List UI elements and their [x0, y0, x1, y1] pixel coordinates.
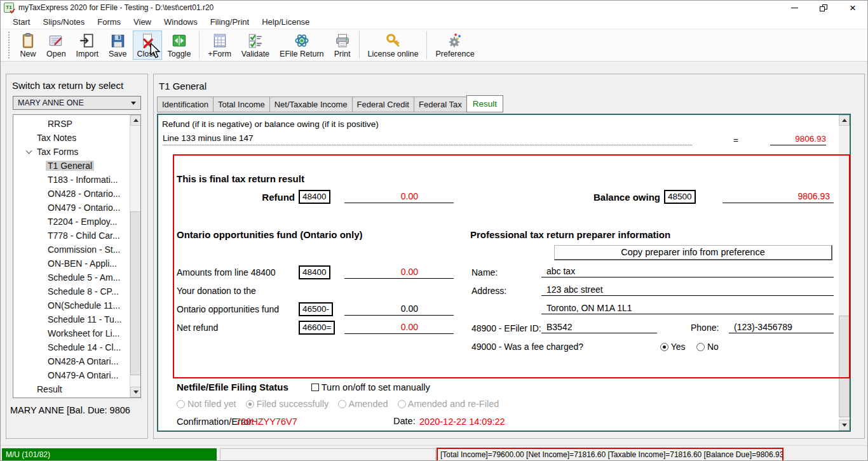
validate-button[interactable]: Validate: [237, 30, 274, 60]
tree-item-schedule-11[interactable]: Schedule 11 - Tu...: [13, 312, 140, 326]
radio-icon[interactable]: [398, 400, 406, 408]
refund-owing-header: Refund (if it is negative) or balance ow…: [162, 119, 379, 129]
scroll-thumb[interactable]: [130, 211, 141, 375]
tree-item-on-schedule-11[interactable]: ON(Schedule 11...: [13, 298, 140, 312]
radio-icon[interactable]: [177, 400, 185, 408]
balance-owing-value-field[interactable]: 9806.93: [722, 190, 834, 203]
option-filed-successfully[interactable]: Filed successfully: [246, 399, 329, 409]
title-bar: T1 myTaxExpress 2020 for EFile - Testing…: [1, 1, 867, 15]
tree-item-result[interactable]: Result: [13, 382, 140, 396]
save-floppy-icon: [109, 32, 126, 49]
license-online-button[interactable]: License online: [363, 30, 423, 60]
efile-return-button[interactable]: EFile Return: [275, 30, 328, 60]
tree-scrollbar[interactable]: [130, 115, 140, 398]
tab-federal-credit[interactable]: Federal Credit: [352, 97, 414, 112]
page-title: T1 General: [154, 74, 864, 91]
fee-yes-option[interactable]: Yes: [660, 342, 685, 352]
scroll-down-button[interactable]: [130, 387, 141, 398]
address-line2-field[interactable]: Toronto, ON M1A 1L1: [541, 302, 834, 314]
tree-item-schedule-14[interactable]: Schedule 14 - Cl...: [13, 340, 140, 354]
tree-item-schedule-5[interactable]: Schedule 5 - Am...: [13, 271, 140, 284]
scroll-up-button[interactable]: [130, 115, 141, 126]
tree-item-tax-notes[interactable]: Tax Notes: [13, 131, 140, 145]
line133-equals: =: [733, 135, 738, 145]
close-window-button[interactable]: ×: [838, 1, 867, 15]
scroll-up-button[interactable]: [839, 115, 850, 126]
tree-item-on479[interactable]: ON479 - Ontario...: [13, 201, 140, 215]
name-label: Name:: [471, 267, 498, 277]
option-amended[interactable]: Amended: [338, 399, 388, 409]
tree-item-tax-forms[interactable]: Tax Forms: [13, 145, 140, 159]
refund-code-box[interactable]: 48400: [299, 190, 330, 204]
tree-item-schedule-8[interactable]: Schedule 8 - CP...: [13, 284, 140, 298]
form-table-icon: [212, 32, 228, 49]
menu-forms[interactable]: Forms: [91, 15, 127, 29]
radio-icon[interactable]: [338, 400, 346, 408]
status-income-summary: [Total Income]=79600.00 [Net Income]=718…: [437, 448, 783, 461]
tab-total-income[interactable]: Total Income: [213, 97, 270, 112]
tab-identification[interactable]: Identification: [157, 97, 214, 112]
close-button[interactable]: Close: [133, 30, 162, 60]
menu-windows[interactable]: Windows: [158, 15, 204, 29]
new-button[interactable]: New: [15, 30, 41, 60]
amounts-code-box[interactable]: 48400: [299, 265, 330, 279]
donation-value-field[interactable]: 0.00: [344, 302, 454, 316]
return-selector-dropdown[interactable]: MARY ANNE ONE: [13, 96, 141, 110]
line133-value: 9806.93: [770, 134, 826, 145]
efiler-id-field[interactable]: B3542: [541, 321, 657, 333]
tree-item-on-ben[interactable]: ON-BEN - Appli...: [13, 257, 140, 271]
menu-help-license[interactable]: Help/License: [255, 15, 316, 29]
menu-filing-print[interactable]: Filing/Print: [204, 15, 255, 29]
import-button[interactable]: Import: [72, 30, 103, 60]
phone-field[interactable]: (123)-3456789: [729, 321, 834, 333]
menu-slips-notes[interactable]: Slips/Notes: [36, 15, 91, 29]
name-field[interactable]: abc tax: [541, 265, 834, 277]
tree-item-on428[interactable]: ON428 - Ontario...: [13, 187, 140, 201]
menu-start[interactable]: Start: [6, 15, 36, 29]
add-form-button[interactable]: +Form: [203, 30, 235, 60]
tree-item-worksheet[interactable]: Worksheet for Li...: [13, 326, 140, 340]
form-scrollbar[interactable]: [839, 115, 850, 431]
tab-federal-tax[interactable]: Federal Tax: [414, 97, 467, 112]
validate-checks-icon: [247, 32, 264, 49]
toolbar-drag-handle[interactable]: [8, 32, 10, 58]
close-window-icon: ×: [850, 3, 856, 13]
tree-item-t2204[interactable]: T2204 - Employ...: [13, 215, 140, 229]
tree-item-on479-a[interactable]: ON479-A Ontari...: [13, 368, 140, 382]
option-amended-refiled[interactable]: Amended and re-Filed: [398, 399, 499, 409]
tree-item-commission[interactable]: Commission - St...: [13, 243, 140, 257]
restore-button[interactable]: [809, 1, 838, 15]
tree-item-t183[interactable]: T183 - Informati...: [13, 173, 140, 187]
balance-owing-code-box[interactable]: 48500: [664, 190, 696, 204]
menu-bar: Start Slips/Notes Forms View Windows Fil…: [1, 15, 867, 29]
tab-result[interactable]: Result: [466, 95, 503, 112]
amounts-value-field[interactable]: 0.00: [344, 265, 454, 279]
open-button[interactable]: Open: [42, 30, 71, 60]
menu-view[interactable]: View: [127, 15, 158, 29]
radio-yes-icon[interactable]: [660, 343, 668, 351]
minimize-button[interactable]: [780, 1, 809, 15]
radio-no-icon[interactable]: [696, 343, 705, 351]
scroll-thumb[interactable]: [839, 316, 850, 417]
manual-toggle-checkbox-row[interactable]: Turn on/off to set manually: [311, 382, 430, 392]
tree-item-rrsp[interactable]: RRSP: [13, 117, 140, 131]
tree-item-t778[interactable]: T778 - Child Car...: [13, 229, 140, 243]
net-refund-value-field[interactable]: 0.00: [344, 321, 454, 334]
toggle-button[interactable]: Toggle: [163, 30, 196, 60]
donation-code-box[interactable]: 46500-: [299, 302, 333, 316]
radio-selected-icon[interactable]: [246, 400, 254, 408]
save-button[interactable]: Save: [104, 30, 132, 60]
preference-button[interactable]: Preference: [431, 30, 478, 60]
fee-no-option[interactable]: No: [696, 342, 719, 352]
print-button[interactable]: Print: [330, 30, 355, 60]
option-not-filed-yet[interactable]: Not filed yet: [177, 399, 236, 409]
copy-preparer-info-button[interactable]: Copy preparer info from preference: [554, 245, 832, 260]
tree-item-on428-a[interactable]: ON428-A Ontari...: [13, 354, 140, 368]
net-refund-code-box[interactable]: 46600=: [299, 321, 335, 335]
refund-value-field[interactable]: 0.00: [344, 190, 454, 203]
address-line1-field[interactable]: 123 abc street: [541, 284, 834, 296]
checkbox-icon[interactable]: [311, 384, 319, 391]
tree-item-t1-general[interactable]: T1 General: [13, 159, 140, 173]
scroll-down-button[interactable]: [839, 420, 850, 431]
tab-net-taxable-income[interactable]: Net/Taxable Income: [269, 97, 353, 112]
